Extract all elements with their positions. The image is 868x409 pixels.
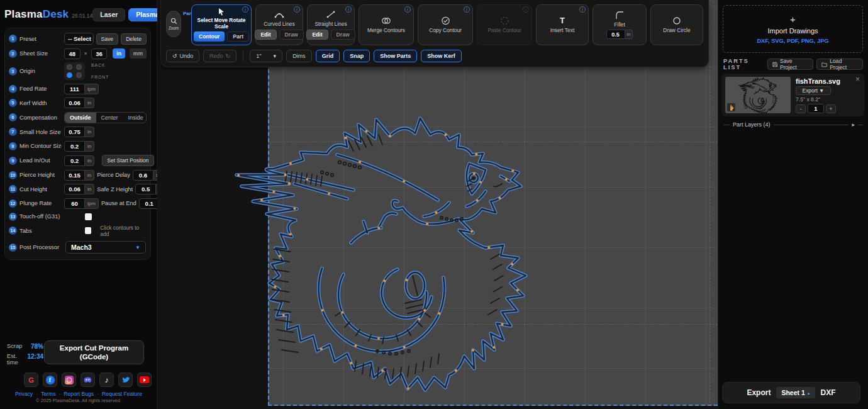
divider: [858, 125, 863, 125]
undo-button[interactable]: ↺Undo: [166, 50, 199, 62]
tabs-checkbox[interactable]: [85, 227, 91, 234]
terms-link[interactable]: Terms: [33, 391, 55, 397]
youtube-icon[interactable]: [137, 373, 152, 387]
load-project-button[interactable]: Load Project: [816, 59, 863, 70]
preset-select[interactable]: -- Select Pres: [64, 33, 94, 45]
undo-label: Undo: [180, 53, 194, 59]
plunge-rate-input[interactable]: 60: [64, 198, 85, 209]
small-hole-input[interactable]: 0.75: [64, 126, 85, 137]
contour-mode-button[interactable]: Contour: [194, 31, 225, 42]
straight-edit-button[interactable]: Edit: [306, 30, 328, 40]
part-export-button[interactable]: Export ▼: [796, 86, 831, 95]
origin-front-right-radio[interactable]: [76, 72, 82, 78]
small-hole-label: Small Hole Size: [19, 129, 62, 135]
info-icon[interactable]: i: [345, 6, 352, 13]
quantity-decrease-button[interactable]: -: [796, 104, 806, 113]
min-contour-input[interactable]: 0.2: [64, 141, 85, 152]
tool-copy-contour[interactable]: i Copy Contour: [418, 4, 473, 45]
safe-z-input[interactable]: 0.5: [135, 184, 156, 194]
tool-select-move-rotate-scale[interactable]: i Select Move Rotate Scale Contour Part: [191, 4, 252, 45]
grid-size-select[interactable]: 1"▾: [250, 50, 282, 62]
set-start-position-button[interactable]: Set Start Position: [102, 155, 153, 166]
units-mm-toggle[interactable]: mm: [130, 48, 147, 59]
info-icon[interactable]: i: [464, 6, 470, 13]
show-parts-toggle-button[interactable]: Show Parts: [374, 50, 417, 62]
lead-inout-label: Lead In/Out: [19, 157, 62, 164]
expand-arrow-icon[interactable]: ▸: [852, 121, 855, 128]
export-gcode-button[interactable]: Export Cut Program (GCode): [44, 340, 144, 364]
compensation-outside-option[interactable]: Outside: [65, 113, 96, 123]
curved-edit-button[interactable]: Edit: [255, 30, 276, 40]
pierce-delay-input[interactable]: 0.6: [133, 170, 153, 181]
straight-draw-button[interactable]: Draw: [331, 30, 355, 40]
info-icon[interactable]: i: [523, 6, 529, 13]
post-processor-select[interactable]: Mach3 ▼: [65, 241, 146, 254]
safe-z-label: Safe Z Height: [97, 186, 133, 193]
part-mode-button[interactable]: Part: [227, 31, 249, 42]
tool-label: Select Move Rotate Scale: [195, 18, 248, 30]
info-icon[interactable]: i: [242, 6, 248, 13]
tool-insert-text[interactable]: i T Insert Text: [536, 4, 589, 45]
tiktok-icon[interactable]: ♪: [99, 373, 114, 387]
info-icon[interactable]: i: [294, 6, 300, 13]
pierce-height-input[interactable]: 0.15: [64, 170, 85, 181]
part-layers-row[interactable]: Part Layers (4) ▸: [723, 121, 863, 128]
origin-back-left-radio[interactable]: [67, 64, 72, 70]
origin-back-right-radio[interactable]: [76, 64, 82, 70]
preset-delete-button[interactable]: Delete: [121, 33, 147, 45]
report-bugs-link[interactable]: Report Bugs: [55, 391, 94, 397]
instagram-icon[interactable]: [62, 373, 76, 387]
save-project-button[interactable]: Save Project: [767, 59, 813, 70]
facebook-icon[interactable]: f: [43, 373, 57, 387]
sheet-width-input[interactable]: 48: [64, 48, 81, 59]
origin-front-left-radio[interactable]: [67, 72, 72, 78]
tool-straight-lines[interactable]: i Straight Lines Edit Draw: [307, 4, 355, 45]
tool-merge-contours[interactable]: i Merge Contours: [359, 4, 414, 45]
laser-mode-button[interactable]: Laser: [92, 8, 125, 21]
import-drawings-dropzone[interactable]: + Import Drawings DXF, SVG, PDF, PNG, JP…: [723, 5, 863, 53]
request-feature-link[interactable]: Request Feature: [94, 391, 142, 397]
pause-at-end-input[interactable]: 0.1: [139, 198, 160, 209]
dims-button[interactable]: Dims: [286, 50, 312, 62]
part-card-fishtrans[interactable]: fishTrans.svg Export ▼ 7.5" x 8.2" - 1 +…: [721, 74, 864, 116]
tool-curved-lines[interactable]: i Curved Lines Edit Draw: [255, 4, 303, 45]
snap-toggle-button[interactable]: Snap: [343, 50, 370, 62]
zoom-tool-toggle[interactable]: Zoom: [166, 11, 181, 37]
info-icon[interactable]: i: [579, 6, 586, 13]
design-canvas[interactable]: Zoom Pan i Select Move Rotate Scale Cont…: [157, 0, 718, 409]
feed-rate-input[interactable]: 111: [64, 84, 85, 94]
tool-fillet[interactable]: Fillet 0.5 in: [593, 4, 647, 45]
scrap-label: Scrap: [7, 343, 22, 350]
compensation-inside-option[interactable]: Inside: [123, 113, 147, 123]
privacy-link[interactable]: Privacy: [15, 391, 33, 397]
compensation-center-option[interactable]: Center: [96, 113, 123, 123]
fillet-unit: in: [625, 30, 633, 39]
kerf-width-input[interactable]: 0.06: [64, 98, 85, 108]
grid-toggle-button[interactable]: Grid: [316, 50, 340, 62]
part-layers-label: Part Layers (4): [733, 121, 771, 128]
part-thumbnail[interactable]: [725, 77, 791, 113]
sheet-height-input[interactable]: 36: [91, 48, 108, 59]
quantity-increase-button[interactable]: +: [826, 104, 836, 113]
remove-part-button[interactable]: ×: [855, 75, 860, 84]
twitter-icon[interactable]: [118, 373, 133, 387]
discord-icon[interactable]: [81, 373, 95, 387]
info-icon[interactable]: i: [404, 6, 411, 13]
sheet-select-dropdown[interactable]: Sheet 1 ▴: [776, 387, 815, 398]
google-icon[interactable]: G: [24, 373, 38, 387]
redo-button[interactable]: Redo↻: [203, 50, 236, 62]
tool-draw-circle[interactable]: Draw Circle: [650, 4, 703, 45]
touch-off-checkbox[interactable]: [85, 213, 92, 220]
curved-draw-button[interactable]: Draw: [279, 30, 304, 40]
export-format-label[interactable]: DXF: [821, 388, 836, 397]
export-label[interactable]: Export: [747, 388, 771, 397]
quantity-value[interactable]: 1: [808, 104, 824, 113]
tool-paste-contour[interactable]: i Paste Contour: [477, 4, 532, 45]
preset-save-button[interactable]: Save: [96, 33, 119, 45]
cut-height-input[interactable]: 0.06: [64, 184, 85, 194]
lead-inout-input[interactable]: 0.2: [64, 155, 85, 166]
left-sidebar: PlasmaDesk 26.01.14 Laser Plasma 1 Prese…: [0, 0, 157, 409]
show-kerf-toggle-button[interactable]: Show Kerf: [421, 50, 462, 62]
fillet-radius-input[interactable]: 0.5: [606, 30, 625, 39]
units-in-toggle[interactable]: in: [113, 48, 125, 59]
